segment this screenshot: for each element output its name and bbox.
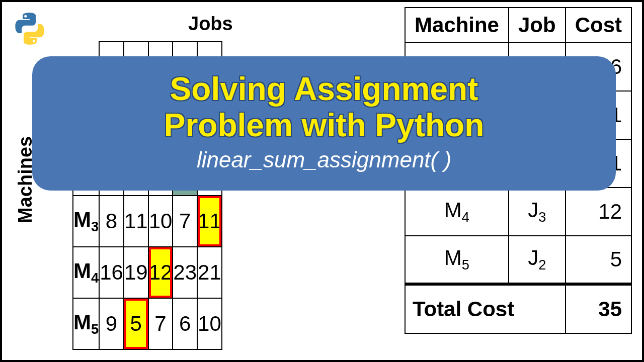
total-row: Total Cost 35	[405, 284, 631, 333]
table-row: M4 J3 12	[405, 188, 631, 236]
cell: 6	[173, 298, 197, 349]
total-label: Total Cost	[405, 284, 566, 333]
cell: M4	[405, 188, 509, 236]
title-subtitle: linear_sum_assignment( )	[52, 147, 596, 172]
cell: 11	[124, 196, 148, 247]
python-logo-icon	[12, 11, 47, 46]
cell: 7	[148, 298, 173, 349]
cell: 11	[197, 196, 222, 247]
table-row: M3 8 11 10 7 11	[73, 196, 222, 247]
cell: 8	[99, 196, 124, 247]
title-line2: Problem with Python	[52, 108, 596, 144]
table-row: M4 16 19 12 23 21	[73, 247, 222, 298]
cell: 5	[124, 298, 148, 349]
cell: 23	[173, 247, 197, 298]
col-header: Job	[509, 8, 566, 43]
col-header: Cost	[566, 8, 631, 43]
title-banner: Solving Assignment Problem with Python l…	[32, 56, 616, 191]
cell: J3	[509, 188, 566, 236]
table-row: Machine Job Cost	[405, 8, 631, 43]
cell: 16	[99, 247, 124, 298]
cell: 10	[197, 298, 222, 349]
cell: J2	[509, 236, 566, 284]
row-header: M5	[73, 298, 99, 349]
table-row: M5 J2 5	[405, 236, 631, 284]
cell: 12	[566, 188, 631, 236]
jobs-axis-label: Jobs	[188, 13, 233, 35]
cell: 21	[197, 247, 222, 298]
row-header: M3	[73, 196, 99, 247]
total-value: 35	[566, 284, 631, 333]
cell: 9	[99, 298, 124, 349]
cell: 7	[173, 196, 197, 247]
title-line1: Solving Assignment	[52, 71, 596, 108]
row-header: M4	[73, 247, 99, 298]
cell: 5	[566, 236, 631, 284]
cell: 12	[148, 247, 173, 298]
cell: M5	[405, 236, 509, 284]
col-header: Machine	[405, 8, 509, 43]
cell: 19	[124, 247, 148, 298]
cell: 10	[148, 196, 173, 247]
table-row: M5 9 5 7 6 10	[73, 298, 222, 349]
